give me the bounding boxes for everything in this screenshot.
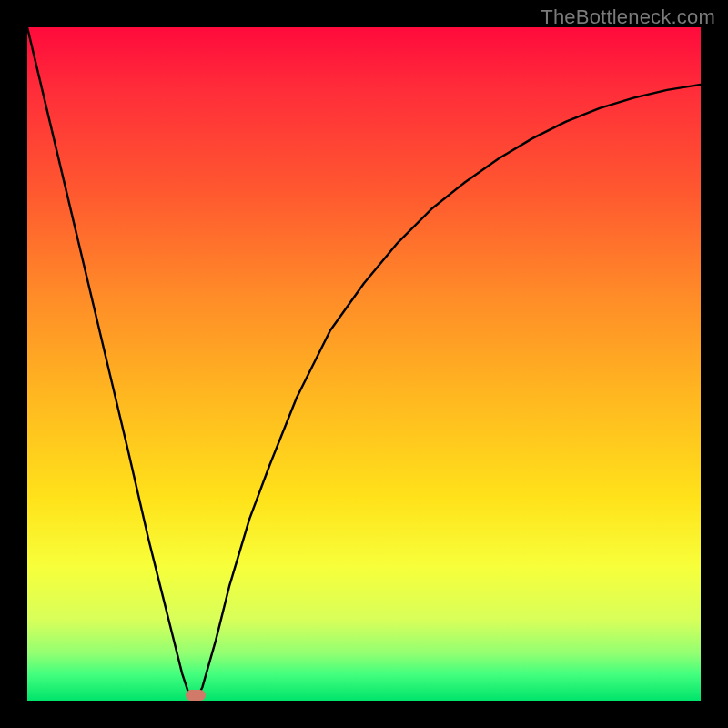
watermark-text: TheBottleneck.com (541, 5, 715, 29)
optimum-marker (186, 690, 206, 701)
bottleneck-curve (27, 27, 701, 701)
chart-frame: TheBottleneck.com (0, 0, 728, 728)
plot-area (27, 27, 701, 701)
